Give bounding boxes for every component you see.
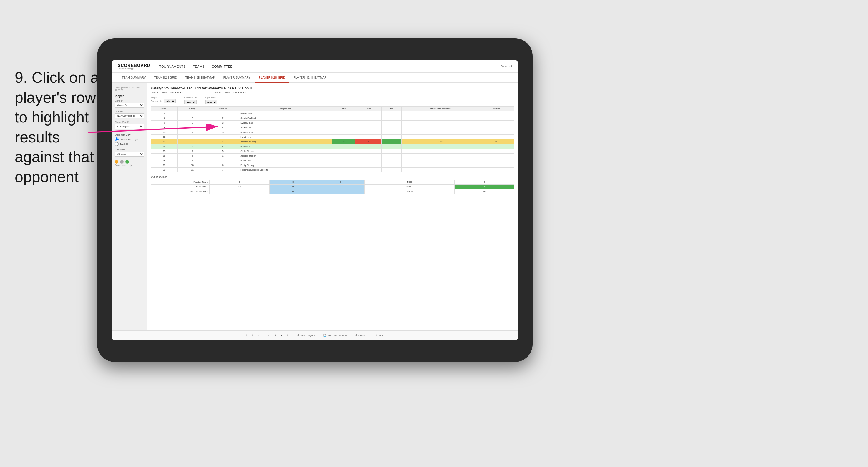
table-row[interactable]: 914Sharon Mun	[151, 125, 514, 130]
table-cell	[355, 149, 382, 154]
opponent-view-title: Opponent view	[115, 133, 144, 136]
table-row[interactable]: 12Heeji Hyun	[151, 135, 514, 139]
grid-btn[interactable]: ⊞	[275, 334, 277, 337]
play-btn[interactable]: ▶	[281, 334, 282, 337]
table-cell: Euna Lee	[239, 158, 333, 163]
table-cell: 12	[151, 135, 178, 139]
col-tie: Tie	[382, 106, 402, 111]
table-cell	[332, 154, 355, 158]
table-cell: 7	[207, 168, 239, 173]
colour-select[interactable]: Win/loss	[115, 152, 144, 157]
subnav-team-h2h-grid[interactable]: TEAM H2H GRID	[150, 73, 181, 83]
table-cell: 4	[207, 125, 239, 130]
redo-btn[interactable]: ⟳	[252, 334, 254, 337]
table-cell: 1	[207, 111, 239, 116]
col-opponent: Opponent	[239, 106, 333, 111]
table-cell: 10	[151, 130, 178, 135]
table-row[interactable]: 1474Eunice Yi	[151, 144, 514, 149]
save-custom-btn[interactable]: 💾 Save Custom View	[323, 334, 347, 337]
colour-label: Colour by	[115, 148, 144, 151]
table-cell	[332, 121, 355, 125]
table-row[interactable]: 31Esther Lee	[151, 111, 514, 116]
table-cell: 19	[151, 163, 178, 168]
table-cell: 8	[178, 149, 207, 154]
radio-opponents-played[interactable]: Opponents Played	[115, 137, 144, 141]
table-cell	[402, 116, 478, 121]
table-cell: 2	[178, 116, 207, 121]
undo-btn[interactable]: ⟲	[245, 334, 247, 337]
table-cell	[332, 168, 355, 173]
view-original-btn[interactable]: 👁 View: Original	[297, 334, 314, 337]
region-select[interactable]: (All)	[164, 99, 176, 103]
cut-btn[interactable]: ✂	[268, 334, 270, 337]
table-row[interactable]: 1311Jessica Huang010-3.002	[151, 139, 514, 144]
table-cell: Sydney Kuo	[239, 121, 333, 125]
table-row[interactable]: 1585Stella Chang	[151, 149, 514, 154]
table-row[interactable]: Foreign Team 1 0 0 4.500 2	[151, 180, 514, 185]
table-cell	[355, 130, 382, 135]
table-cell: Jessica Mason	[239, 154, 333, 158]
table-row[interactable]: 522Alexis Sudjianto	[151, 116, 514, 121]
bottom-toolbar: ⟲ ⟳ ↩ ✂ ⊞ ▶ ⟳ 👁 View: Original 💾 Save Cu…	[112, 331, 518, 340]
table-cell	[355, 158, 382, 163]
nav-link-teams[interactable]: TEAMS	[193, 65, 205, 68]
table-cell	[478, 121, 514, 125]
table-cell	[332, 111, 355, 116]
table-cell	[382, 111, 402, 116]
table-cell	[382, 168, 402, 173]
table-row[interactable]: 1822Euna Lee	[151, 158, 514, 163]
watch-btn[interactable]: 👁 Watch ▾	[355, 334, 367, 337]
table-row[interactable]: 20117Federica Domecq Lacroze	[151, 168, 514, 173]
table-cell	[478, 111, 514, 116]
out-div-title: Out of division	[151, 176, 514, 178]
table-cell: 14	[151, 144, 178, 149]
opponent-label: Opponent	[206, 96, 217, 99]
back-btn[interactable]: ↩	[258, 334, 260, 337]
col-diff: Diff Av Strokes/Rnd	[402, 106, 478, 111]
table-row[interactable]: NCAA Division 2 5 0 0 7.400 10	[151, 189, 514, 194]
table-cell: 11	[178, 168, 207, 173]
table-cell: 2	[178, 158, 207, 163]
radio-top100[interactable]: Top 100	[115, 142, 144, 146]
table-cell	[478, 158, 514, 163]
table-cell: 3	[207, 121, 239, 125]
table-cell	[382, 135, 402, 139]
table-cell: 20	[151, 168, 178, 173]
table-cell: 9	[178, 154, 207, 158]
col-reg: # Reg	[178, 106, 207, 111]
table-cell: Sharon Mun	[239, 125, 333, 130]
subnav-player-summary[interactable]: PLAYER SUMMARY	[219, 73, 254, 83]
table-cell: -3.00	[402, 139, 478, 144]
sign-out[interactable]: | Sign out	[500, 65, 512, 68]
nav-link-committee[interactable]: COMMITTEE	[212, 65, 233, 68]
player-rank-select[interactable]: 8. Katelyn Vo	[115, 124, 144, 129]
opponent-select[interactable]: (All)	[206, 100, 217, 104]
nav-left: SCOREBOARD Powered by clippd TOURNAMENTS…	[118, 63, 232, 70]
col-loss: Loss	[355, 106, 382, 111]
share-btn[interactable]: ⇧ Share	[375, 334, 384, 337]
col-div: # Div	[151, 106, 178, 111]
table-row[interactable]: NAIA Division 1 15 0 0 9.267 30	[151, 185, 514, 189]
table-row[interactable]: 19106Emily Chang	[151, 163, 514, 168]
table-cell	[382, 154, 402, 158]
division-select[interactable]: NCAA Division III	[115, 113, 144, 118]
nav-link-tournaments[interactable]: TOURNAMENTS	[159, 65, 186, 68]
table-cell	[382, 149, 402, 154]
refresh-btn[interactable]: ⟳	[287, 334, 289, 337]
subnav-team-summary[interactable]: TEAM SUMMARY	[118, 73, 150, 83]
table-cell	[382, 116, 402, 121]
conference-select[interactable]: (All)	[185, 100, 196, 104]
subnav-player-h2h-heatmap[interactable]: PLAYER H2H HEATMAP	[289, 73, 331, 83]
table-row[interactable]: 613Sydney Kuo	[151, 121, 514, 125]
table-row[interactable]: 1063Andrea York	[151, 130, 514, 135]
table-row[interactable]: 1691Jessica Mason	[151, 154, 514, 158]
conference-filter: Conference (All)	[185, 96, 196, 104]
table-cell: 1	[178, 121, 207, 125]
gender-select[interactable]: Women's	[115, 103, 144, 108]
right-content: Katelyn Vo Head-to-Head Grid for Women's…	[147, 83, 518, 340]
table-cell: 7	[178, 144, 207, 149]
subnav-player-h2h-grid[interactable]: PLAYER H2H GRID	[254, 73, 289, 83]
table-cell	[382, 144, 402, 149]
subnav-team-h2h-heatmap[interactable]: TEAM H2H HEATMAP	[181, 73, 219, 83]
table-cell	[355, 163, 382, 168]
